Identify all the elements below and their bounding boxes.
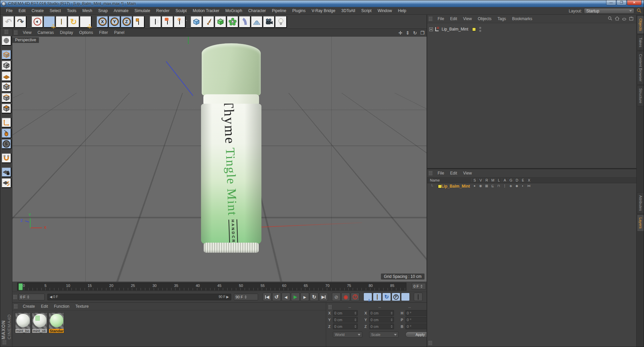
goto-end-button[interactable]: ▶ xyxy=(319,293,328,301)
add-light-button[interactable] xyxy=(275,16,287,28)
menu-select[interactable]: Select xyxy=(47,7,64,14)
list-icon[interactable]: ⋮ xyxy=(502,184,508,188)
menu-window[interactable]: Window xyxy=(375,7,395,14)
live-selection-button[interactable]: ➤ xyxy=(31,16,43,28)
spinner-icon[interactable] xyxy=(27,295,29,299)
coordinate-field[interactable]: 0 cm xyxy=(369,310,394,316)
spinner-icon[interactable] xyxy=(391,318,393,321)
visibility-icon[interactable]: ◉ xyxy=(478,184,484,188)
points-mode-button[interactable] xyxy=(1,82,11,92)
restore-button[interactable]: ❐ xyxy=(616,0,627,5)
previous-frame-button[interactable]: ◀ xyxy=(282,293,290,301)
viewport-grip[interactable] xyxy=(14,30,18,35)
z-axis-lock-button[interactable]: Z xyxy=(120,16,133,28)
key-scale-button[interactable] xyxy=(373,293,382,301)
spinner-icon[interactable] xyxy=(354,325,356,328)
coordinate-field[interactable]: 0 cm xyxy=(333,310,358,316)
expand-icon[interactable]: + xyxy=(429,28,433,31)
end-frame-field[interactable]: 90 F xyxy=(234,294,258,300)
menu-character[interactable]: Character xyxy=(245,7,269,14)
object-manager-menu-file[interactable]: File xyxy=(435,15,447,22)
lock-workplane-button[interactable] xyxy=(1,167,11,177)
make-editable-button[interactable] xyxy=(1,36,11,46)
axis-icon[interactable]: ◈ xyxy=(508,184,514,188)
frame-range-slider[interactable]: ◀ 0 F 90 F ▶ xyxy=(47,294,231,300)
model-mode-button[interactable] xyxy=(1,50,11,60)
viewport-menu-filter[interactable]: Filter xyxy=(96,29,111,36)
key-position-button[interactable]: ↔↕ xyxy=(363,293,372,301)
layer-object-name[interactable]: Lip_Balm_Mint xyxy=(441,184,470,189)
workplane-mode-button[interactable] xyxy=(1,71,11,81)
workplane-rotate-button[interactable] xyxy=(1,178,11,188)
viewport-menu-display[interactable]: Display xyxy=(57,29,76,36)
side-tab-structure[interactable]: Structure xyxy=(637,85,644,106)
right-corner-grip[interactable] xyxy=(428,341,432,345)
edges-mode-button[interactable] xyxy=(1,93,11,103)
object-manager-grip[interactable] xyxy=(429,16,433,21)
object-manager-menu-view[interactable]: View xyxy=(460,15,475,22)
menu-v-ray-bridge[interactable]: V-Ray Bridge xyxy=(308,7,338,14)
current-frame-field[interactable]: 0 F xyxy=(18,294,45,300)
menu-file[interactable]: File xyxy=(3,7,15,14)
lip-balm-model[interactable]: Island Thyme Tingle Mint HANDCRAFTED LIP… xyxy=(201,43,261,254)
scale-dropdown[interactable]: Scale xyxy=(369,332,399,338)
layer-manager-grip[interactable] xyxy=(429,171,433,176)
layer-icon[interactable]: ⊑ xyxy=(490,184,496,188)
layer-object-row[interactable]: └ Lip_Balm_Mint ●◉▦⊑⊓⋮◈◆◐⋈ xyxy=(427,183,636,189)
enable-axis-button[interactable] xyxy=(1,117,11,128)
menu-help[interactable]: Help xyxy=(395,7,409,14)
key-parameter-button[interactable]: P xyxy=(392,293,400,301)
world-dropdown[interactable]: World xyxy=(333,332,362,338)
render-settings-button[interactable]: ▶ xyxy=(174,16,186,28)
visibility-dots-icon[interactable] xyxy=(479,27,481,32)
menu-script[interactable]: Script xyxy=(358,7,375,14)
object-name[interactable]: Lip_Balm_Mint xyxy=(442,27,468,32)
snap-magnet-button[interactable] xyxy=(1,153,11,163)
corner-grip[interactable] xyxy=(2,340,6,345)
menu-create[interactable]: Create xyxy=(29,7,47,14)
search-icon[interactable] xyxy=(608,16,612,22)
transport-grip[interactable] xyxy=(13,295,17,299)
add-deformer-button[interactable] xyxy=(239,16,251,28)
material-mint-sti[interactable]: mint_sti xyxy=(32,312,47,333)
polygons-mode-button[interactable] xyxy=(1,103,11,113)
menu-mesh[interactable]: Mesh xyxy=(79,7,95,14)
viewport-menu-cameras[interactable]: Cameras xyxy=(35,29,57,36)
menu-motion-tracker[interactable]: Motion Tracker xyxy=(190,7,222,14)
spinner-icon[interactable] xyxy=(420,285,423,288)
object-manager-menu-tags[interactable]: Tags xyxy=(495,15,509,22)
spinner-icon[interactable] xyxy=(391,312,393,314)
object-manager-menu-edit[interactable]: Edit xyxy=(447,15,460,22)
play-forwards-button[interactable]: ▶ xyxy=(291,293,300,301)
coordinate-field[interactable]: 0 cm xyxy=(333,317,358,323)
ruler-frame-field[interactable]: 0 F xyxy=(412,283,426,290)
layout-select[interactable]: Startup xyxy=(584,8,634,14)
redo-button[interactable]: ↷ xyxy=(14,16,27,28)
coordinate-field[interactable]: 0 cm xyxy=(333,324,358,329)
add-environment-button[interactable] xyxy=(251,16,263,28)
add-primitive-button[interactable] xyxy=(190,16,202,28)
texture-mode-button[interactable] xyxy=(1,60,11,70)
rotate-button[interactable]: ↻ xyxy=(67,16,80,28)
menu-render[interactable]: Render xyxy=(153,7,172,14)
layer-manager-menu-edit[interactable]: Edit xyxy=(447,170,460,177)
viewport-menu-panel[interactable]: Panel xyxy=(111,29,128,36)
coordinate-system-button[interactable] xyxy=(133,16,145,28)
timeline-window-button[interactable] xyxy=(414,293,423,301)
next-frame-button[interactable]: ▶ xyxy=(300,293,309,301)
filter-icon[interactable] xyxy=(622,16,627,22)
home-icon[interactable] xyxy=(615,16,620,22)
coordinate-field[interactable]: 0 cm xyxy=(369,317,394,323)
key-rotation-button[interactable]: ↻ xyxy=(382,293,391,301)
side-tab-attributes[interactable]: Attributes xyxy=(637,192,644,214)
menu-plugins[interactable]: Plugins xyxy=(289,7,308,14)
x-axis-lock-button[interactable]: X xyxy=(96,16,108,28)
object-manager-menu-objects[interactable]: Objects xyxy=(475,15,495,22)
lock-icon[interactable]: ⊓ xyxy=(496,184,502,188)
side-tab-takes[interactable]: Takes xyxy=(637,35,644,50)
material-mint-bo[interactable]: mint_bo xyxy=(15,312,31,333)
view-label[interactable]: Perspective xyxy=(12,37,39,43)
rotate-view-icon[interactable]: ↻ xyxy=(413,31,417,35)
coordinates-grip[interactable] xyxy=(328,305,332,309)
playhead[interactable] xyxy=(18,283,23,290)
